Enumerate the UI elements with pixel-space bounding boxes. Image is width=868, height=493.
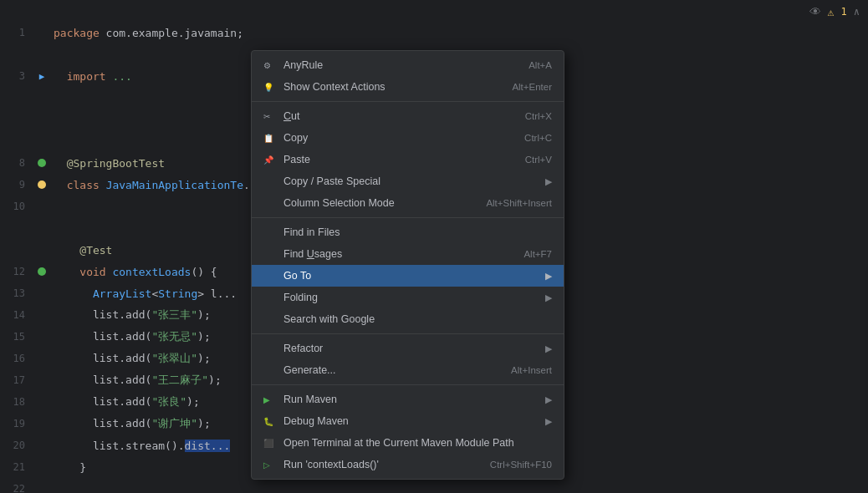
separator-1 — [252, 101, 564, 102]
paste-icon: 📌 — [263, 155, 278, 165]
separator-3 — [252, 333, 564, 334]
menu-item-cut[interactable]: ✂ Cut Ctrl+X — [252, 105, 564, 127]
menu-item-find-in-files[interactable]: Find in Files — [252, 221, 564, 243]
copy-paste-special-label: Copy / Paste Special — [283, 175, 539, 187]
column-selection-shortcut: Alt+Shift+Insert — [486, 198, 552, 208]
go-to-arrow: ▶ — [545, 271, 552, 282]
refactor-arrow: ▶ — [545, 343, 552, 354]
warning-icon[interactable]: ⚠ — [828, 6, 835, 18]
generate-label: Generate... — [283, 364, 494, 376]
cut-icon: ✂ — [263, 112, 278, 121]
refactor-label: Refactor — [283, 343, 539, 354]
top-bar: 👁 ⚠ 1 ∧ — [801, 0, 868, 23]
run-contextloads-icon: ▷ — [263, 460, 278, 470]
menu-item-anyrule[interactable]: ⚙ AnyRule Alt+A — [252, 54, 564, 76]
menu-item-open-terminal[interactable]: ⬛ Open Terminal at the Current Maven Mod… — [252, 432, 564, 454]
anyrule-label: AnyRule — [283, 59, 512, 71]
separator-2 — [252, 217, 564, 218]
warning-count: 1 — [841, 6, 847, 18]
menu-item-refactor[interactable]: Refactor ▶ — [252, 338, 564, 359]
menu-item-column-selection[interactable]: Column Selection Mode Alt+Shift+Insert — [252, 192, 564, 214]
menu-item-debug-maven[interactable]: 🐛 Debug Maven ▶ — [252, 410, 564, 432]
show-context-label: Show Context Actions — [283, 81, 495, 93]
menu-item-paste[interactable]: 📌 Paste Ctrl+V — [252, 149, 564, 170]
context-menu: ⚙ AnyRule Alt+A 💡 Show Context Actions A… — [251, 50, 564, 480]
line-1 — [0, 0, 868, 22]
separator-4 — [252, 384, 564, 385]
menu-item-show-context[interactable]: 💡 Show Context Actions Alt+Enter — [252, 76, 564, 98]
cut-shortcut: Ctrl+X — [525, 111, 552, 121]
menu-item-run-contextloads[interactable]: ▷ Run 'contextLoads()' Ctrl+Shift+F10 — [252, 454, 564, 475]
run-contextloads-shortcut: Ctrl+Shift+F10 — [490, 460, 552, 470]
menu-item-copy-paste-special[interactable]: Copy / Paste Special ▶ — [252, 170, 564, 192]
menu-item-search-google[interactable]: Search with Google — [252, 308, 564, 330]
run-maven-icon: ▶ — [263, 395, 278, 404]
generate-shortcut: Alt+Insert — [511, 365, 552, 375]
column-selection-label: Column Selection Mode — [283, 197, 469, 209]
copy-icon: 📋 — [263, 134, 278, 143]
menu-item-folding[interactable]: Folding ▶ — [252, 287, 564, 308]
copy-shortcut: Ctrl+C — [524, 133, 552, 143]
anyrule-icon: ⚙ — [263, 61, 278, 70]
copy-paste-special-arrow: ▶ — [545, 176, 552, 187]
folding-arrow: ▶ — [545, 292, 552, 303]
eye-icon[interactable]: 👁 — [809, 5, 821, 18]
anyrule-shortcut: Alt+A — [528, 60, 552, 70]
line-2: 1 package com.example.javamain; — [0, 22, 868, 43]
menu-item-copy[interactable]: 📋 Copy Ctrl+C — [252, 127, 564, 149]
run-maven-arrow: ▶ — [545, 394, 552, 405]
menu-item-find-usages[interactable]: Find Usages Alt+F7 — [252, 243, 564, 265]
copy-label: Copy — [283, 132, 508, 144]
paste-label: Paste — [283, 154, 508, 165]
lightbulb-icon: 💡 — [263, 83, 278, 92]
chevron-up-icon[interactable]: ∧ — [854, 6, 860, 18]
menu-item-generate[interactable]: Generate... Alt+Insert — [252, 359, 564, 381]
run-contextloads-label: Run 'contextLoads()' — [283, 459, 473, 470]
open-terminal-label: Open Terminal at the Current Maven Modul… — [283, 437, 552, 449]
find-in-files-label: Find in Files — [283, 226, 535, 238]
search-google-label: Search with Google — [283, 313, 552, 325]
find-usages-shortcut: Alt+F7 — [523, 249, 552, 259]
menu-item-run-maven[interactable]: ▶ Run Maven ▶ — [252, 389, 564, 410]
menu-item-go-to[interactable]: Go To ▶ — [252, 265, 564, 287]
debug-maven-icon: 🐛 — [263, 417, 278, 426]
go-to-label: Go To — [283, 270, 539, 282]
terminal-icon: ⬛ — [263, 439, 278, 448]
line-22: 22 — [0, 478, 868, 493]
folding-label: Folding — [283, 292, 539, 303]
paste-shortcut: Ctrl+V — [525, 155, 552, 165]
debug-maven-arrow: ▶ — [545, 416, 552, 427]
debug-maven-label: Debug Maven — [283, 415, 539, 427]
cut-label: Cut — [283, 110, 508, 122]
show-context-shortcut: Alt+Enter — [512, 82, 552, 92]
run-maven-label: Run Maven — [283, 394, 539, 405]
find-usages-label: Find Usages — [283, 248, 507, 260]
